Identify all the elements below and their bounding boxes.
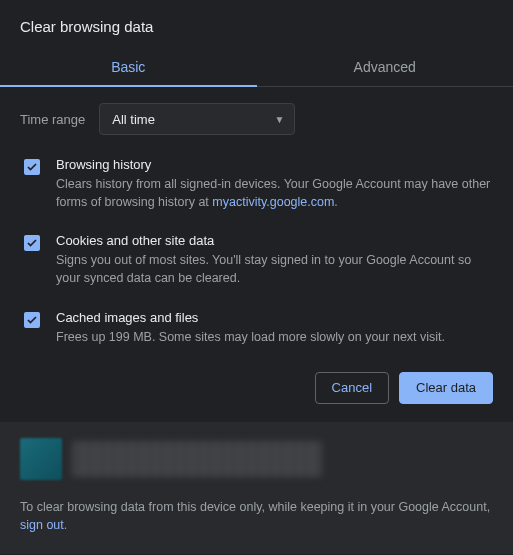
dialog-title: Clear browsing data: [0, 0, 513, 49]
tab-advanced[interactable]: Advanced: [257, 49, 514, 86]
option-description: Signs you out of most sites. You'll stay…: [56, 251, 493, 287]
myactivity-link[interactable]: myactivity.google.com: [212, 195, 334, 209]
time-range-row: Time range All time ▼: [20, 103, 493, 135]
check-icon: [26, 314, 38, 326]
option-title: Cached images and files: [56, 310, 493, 325]
option-browsing-history: Browsing history Clears history from all…: [20, 157, 493, 233]
option-cookies: Cookies and other site data Signs you ou…: [20, 233, 493, 309]
avatar: [20, 438, 62, 480]
clear-browsing-data-dialog: Clear browsing data Basic Advanced Time …: [0, 0, 513, 554]
clear-data-button[interactable]: Clear data: [399, 372, 493, 404]
profile-info: [20, 438, 493, 480]
option-cache: Cached images and files Frees up 199 MB.…: [20, 310, 493, 368]
option-title: Cookies and other site data: [56, 233, 493, 248]
tabs: Basic Advanced: [0, 49, 513, 87]
profile-name: [72, 441, 322, 477]
option-description: Clears history from all signed-in device…: [56, 175, 493, 211]
checkbox-browsing-history[interactable]: [24, 159, 40, 175]
sign-out-link[interactable]: sign out: [20, 518, 64, 532]
checkbox-cache[interactable]: [24, 312, 40, 328]
time-range-label: Time range: [20, 112, 85, 127]
dialog-footer: To clear browsing data from this device …: [0, 422, 513, 554]
footer-note: To clear browsing data from this device …: [20, 498, 493, 534]
dialog-actions: Cancel Clear data: [0, 368, 513, 422]
option-description: Frees up 199 MB. Some sites may load mor…: [56, 328, 493, 346]
check-icon: [26, 237, 38, 249]
option-title: Browsing history: [56, 157, 493, 172]
check-icon: [26, 161, 38, 173]
chevron-down-icon: ▼: [274, 114, 284, 125]
time-range-value: All time: [112, 112, 155, 127]
tab-basic[interactable]: Basic: [0, 49, 257, 86]
checkbox-cookies[interactable]: [24, 235, 40, 251]
cancel-button[interactable]: Cancel: [315, 372, 389, 404]
time-range-select[interactable]: All time ▼: [99, 103, 295, 135]
